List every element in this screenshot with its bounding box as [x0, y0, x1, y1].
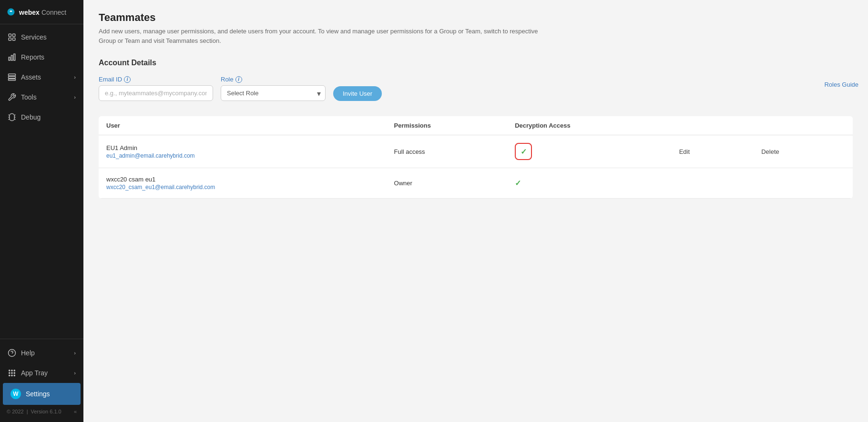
chevron-right-icon-tools: ›: [74, 94, 76, 100]
role-select-wrapper: Select Role Admin Member: [221, 85, 326, 101]
user-cell-1: EU1 Admin eu1_admin@email.carehybrid.com: [99, 135, 387, 168]
svg-point-20: [11, 370, 12, 371]
chevron-right-icon-help: ›: [74, 350, 76, 356]
svg-rect-6: [11, 55, 13, 60]
page-subtitle: Add new users, manage user permissions, …: [99, 27, 551, 45]
logo-text: webex Connect: [19, 8, 66, 16]
logo-webex: webex: [19, 9, 40, 16]
svg-rect-8: [9, 74, 16, 76]
svg-point-24: [14, 372, 15, 373]
sidebar-item-help-label: Help: [21, 349, 35, 357]
user-name-1: EU1 Admin: [106, 144, 379, 151]
permissions-cell-2: Owner: [387, 168, 508, 199]
sidebar-footer: © 2022 | Version 6.1.0 «: [0, 405, 83, 418]
svg-line-14: [14, 115, 15, 116]
svg-line-13: [9, 115, 10, 116]
page-title: Teammates: [99, 11, 853, 24]
svg-point-26: [11, 375, 12, 376]
col-decryption: Decryption Access: [507, 116, 672, 135]
invite-user-button[interactable]: Invite User: [333, 86, 382, 101]
svg-rect-10: [9, 79, 16, 80]
decryption-check-highlighted-1: ✓: [515, 143, 532, 160]
sidebar-item-settings[interactable]: W Settings: [3, 383, 81, 405]
permissions-cell-1: Full access: [387, 135, 508, 168]
sidebar-item-assets-label: Assets: [21, 73, 41, 81]
user-name-2: wxcc20 csam eu1: [106, 176, 379, 183]
assets-icon: [8, 73, 16, 81]
sidebar: webex Connect Services Reports: [0, 0, 83, 422]
copyright-text: © 2022: [7, 409, 24, 414]
settings-avatar-icon: W: [10, 389, 21, 399]
svg-point-19: [9, 370, 10, 371]
svg-line-16: [14, 119, 15, 120]
sidebar-bottom: Help › App Tray › W Settings © 2022 | Ve…: [0, 339, 83, 422]
delete-cell-1: Delete: [754, 135, 853, 168]
decryption-cell-2: ✓: [507, 168, 672, 199]
edit-cell-1: Edit: [672, 135, 754, 168]
webex-logo-icon: [7, 8, 15, 16]
svg-rect-5: [9, 57, 10, 60]
sidebar-item-reports[interactable]: Reports: [0, 47, 83, 67]
sidebar-item-app-tray[interactable]: App Tray ›: [0, 363, 83, 383]
sidebar-item-services-label: Services: [21, 33, 47, 41]
roles-guide-link[interactable]: Roles Guide: [824, 81, 858, 88]
svg-point-22: [9, 372, 10, 373]
sidebar-item-assets[interactable]: Assets ›: [0, 67, 83, 87]
role-select[interactable]: Select Role Admin Member: [221, 85, 326, 101]
form-row: Email ID i Role i Select Role Admin Memb…: [99, 76, 853, 101]
email-info-icon[interactable]: i: [124, 76, 131, 83]
svg-rect-9: [9, 77, 16, 79]
sidebar-item-services[interactable]: Services: [0, 27, 83, 47]
svg-rect-7: [14, 54, 15, 60]
table-header: User Permissions Decryption Access: [99, 116, 853, 135]
sidebar-item-debug-label: Debug: [21, 113, 41, 121]
main-content: Teammates Add new users, manage user per…: [83, 0, 868, 422]
decryption-cell-1: ✓: [507, 135, 672, 168]
separator: |: [27, 409, 28, 414]
svg-line-15: [9, 119, 10, 120]
users-table: User Permissions Decryption Access EU1 A…: [99, 116, 853, 199]
col-edit-header: [672, 116, 754, 135]
user-cell-2: wxcc20 csam eu1 wxcc20_csam_eu1@email.ca…: [99, 168, 387, 199]
sidebar-item-help[interactable]: Help ›: [0, 343, 83, 363]
table-row: wxcc20 csam eu1 wxcc20_csam_eu1@email.ca…: [99, 168, 853, 199]
bar-chart-icon: [8, 53, 16, 61]
user-email-2: wxcc20_csam_eu1@email.carehybrid.com: [106, 184, 379, 191]
email-label: Email ID i: [99, 76, 213, 83]
sidebar-item-debug[interactable]: Debug: [0, 107, 83, 127]
email-input[interactable]: [99, 85, 213, 101]
role-form-group: Role i Select Role Admin Member: [221, 76, 326, 101]
col-user: User: [99, 116, 387, 135]
role-label: Role i: [221, 76, 326, 83]
decryption-check-2: ✓: [515, 179, 521, 187]
sidebar-item-reports-label: Reports: [21, 53, 44, 61]
chevron-right-icon-app-tray: ›: [74, 370, 76, 376]
section-title: Account Details: [99, 59, 853, 67]
delete-cell-2: [754, 168, 853, 199]
collapse-icon[interactable]: «: [74, 409, 77, 414]
sidebar-item-tools[interactable]: Tools ›: [0, 87, 83, 107]
table-row: EU1 Admin eu1_admin@email.carehybrid.com…: [99, 135, 853, 168]
edit-button-1[interactable]: Edit: [679, 148, 690, 155]
user-email-1: eu1_admin@email.carehybrid.com: [106, 152, 379, 159]
app-logo: webex Connect: [0, 0, 83, 24]
edit-cell-2: [672, 168, 754, 199]
svg-rect-1: [9, 34, 11, 36]
col-permissions: Permissions: [387, 116, 508, 135]
role-label-text: Role: [221, 76, 234, 83]
help-icon: [8, 349, 16, 357]
svg-rect-4: [13, 38, 15, 40]
email-form-group: Email ID i: [99, 76, 213, 101]
version-text: Version 6.1.0: [31, 409, 61, 414]
col-delete-header: [754, 116, 853, 135]
debug-icon: [8, 113, 16, 121]
delete-button-1[interactable]: Delete: [761, 148, 779, 155]
sidebar-item-settings-label: Settings: [26, 390, 50, 398]
email-label-text: Email ID: [99, 76, 122, 83]
app-tray-icon: [8, 369, 16, 377]
sidebar-nav: Services Reports Assets ›: [0, 24, 83, 339]
role-info-icon[interactable]: i: [235, 76, 242, 83]
svg-point-27: [14, 375, 15, 376]
svg-point-25: [9, 375, 10, 376]
wrench-icon: [8, 93, 16, 101]
